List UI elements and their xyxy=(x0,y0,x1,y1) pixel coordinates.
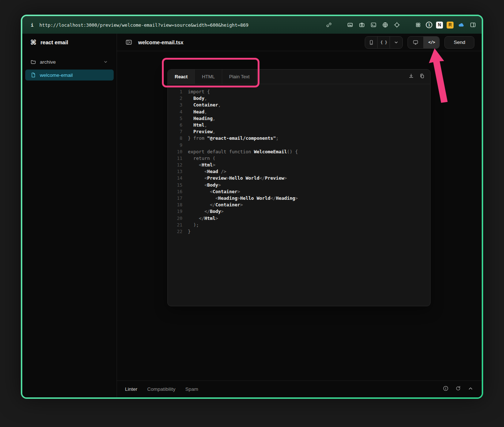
sidebar-item-label: welcome-email xyxy=(40,72,73,78)
refresh-icon[interactable] xyxy=(455,385,461,393)
folder-icon xyxy=(30,59,36,65)
code-line: 1import { xyxy=(173,89,430,95)
browser-window: i http://localhost:3000/preview/welcome-… xyxy=(21,15,483,399)
code-line: 20 </Html> xyxy=(173,215,430,222)
preview-content: React HTML Plain Text xyxy=(117,51,482,381)
desktop-background: i http://localhost:3000/preview/welcome-… xyxy=(0,0,504,427)
code-line: 2 Body, xyxy=(173,95,430,102)
folder-label: archive xyxy=(40,59,56,65)
code-editor: 1import {2 Body,3 Container,4 Head,5 Hea… xyxy=(168,84,430,306)
info-circle-icon[interactable] xyxy=(443,385,449,393)
terminal-icon[interactable] xyxy=(370,21,378,29)
sidebar-item-welcome-email[interactable]: welcome-email xyxy=(25,70,114,80)
device-view-button[interactable] xyxy=(365,37,378,48)
app-logo-label: react email xyxy=(41,40,68,45)
tab-compatibility[interactable]: Compatibility xyxy=(147,386,175,392)
monitor-icon xyxy=(413,40,418,45)
app-logo[interactable]: ⌘ react email xyxy=(22,34,117,51)
file-icon xyxy=(30,72,36,78)
chevron-down-icon xyxy=(103,59,109,64)
code-line: 10export default function WelcomeEmail()… xyxy=(173,149,430,155)
clover-icon[interactable] xyxy=(414,21,422,29)
main-header: welcome-email.tsx { } xyxy=(117,34,482,51)
code-line: 18 </Container> xyxy=(173,202,430,208)
extension-icon[interactable] xyxy=(346,21,354,29)
info-icon: i xyxy=(31,22,34,28)
source-code-panel: React HTML Plain Text xyxy=(167,69,431,306)
page-title: welcome-email.tsx xyxy=(138,40,183,45)
target-icon[interactable] xyxy=(393,21,401,29)
globe-icon[interactable] xyxy=(381,21,389,29)
main-panel: welcome-email.tsx { } xyxy=(117,34,482,397)
react-email-logo-icon: ⌘ xyxy=(30,39,37,46)
mode-toggle-group: </> xyxy=(408,36,440,49)
code-line: 15 <Body> xyxy=(173,182,430,188)
r-badge-icon[interactable]: R xyxy=(447,22,454,29)
code-line: 19 </Body> xyxy=(173,208,430,215)
notion-icon[interactable]: N xyxy=(436,22,443,29)
code-line: 16 <Container> xyxy=(173,188,430,195)
view-dropdown-button[interactable] xyxy=(390,37,402,48)
download-icon[interactable] xyxy=(408,73,414,80)
tab-html[interactable]: HTML xyxy=(195,70,222,84)
code-line: 13 <Head /> xyxy=(173,168,430,175)
code-line: 21 ); xyxy=(173,222,430,228)
sidebar-split-icon[interactable] xyxy=(469,21,477,29)
one-badge-icon[interactable]: 1 xyxy=(426,22,432,28)
sidebar: ⌘ react email archive welcome-email xyxy=(22,34,117,397)
source-tabs-bar: React HTML Plain Text xyxy=(168,70,430,84)
tab-linter[interactable]: Linter xyxy=(125,386,137,392)
sidebar-folder-archive[interactable]: archive xyxy=(25,56,114,67)
footer-bar: Linter Compatibility Spam xyxy=(117,381,482,397)
copy-icon[interactable] xyxy=(419,73,425,80)
code-line: 7 Preview, xyxy=(173,128,430,135)
code-line: 9 xyxy=(173,142,430,149)
code-line: 3 Container, xyxy=(173,102,430,108)
mobile-icon xyxy=(368,40,374,45)
code-line: 6 Html, xyxy=(173,122,430,128)
code-line: 11 return ( xyxy=(173,155,430,162)
code-line: 12 <Html> xyxy=(173,162,430,168)
view-options-group: { } xyxy=(365,36,403,49)
url-bar[interactable]: http://localhost:3000/preview/welcome-em… xyxy=(39,22,249,28)
code-line: 17 <Heading>Hello World</Heading> xyxy=(173,195,430,202)
camera-icon[interactable] xyxy=(358,21,366,29)
cloud-icon[interactable] xyxy=(457,21,465,29)
props-button[interactable]: { } xyxy=(378,37,390,48)
code-line: 4 Head, xyxy=(173,109,430,115)
link-icon[interactable] xyxy=(325,21,333,29)
code-line: 22} xyxy=(173,228,430,235)
code-line: 5 Heading, xyxy=(173,115,430,122)
preview-mode-button[interactable] xyxy=(408,37,424,48)
sidebar-toggle-button[interactable] xyxy=(124,38,133,47)
browser-toolbar: i http://localhost:3000/preview/welcome-… xyxy=(22,16,482,34)
source-mode-button[interactable]: </> xyxy=(424,37,439,48)
code-line: 14 <Preview>Hello World</Preview> xyxy=(173,175,430,181)
chevron-down-icon xyxy=(393,40,399,45)
send-button[interactable]: Send xyxy=(444,36,474,49)
tab-spam[interactable]: Spam xyxy=(185,386,198,392)
tab-react[interactable]: React xyxy=(168,70,195,84)
tab-plain-text[interactable]: Plain Text xyxy=(222,70,257,84)
code-line: 8} from "@react-email/components"; xyxy=(173,135,430,142)
collapse-panel-icon[interactable] xyxy=(467,385,474,393)
